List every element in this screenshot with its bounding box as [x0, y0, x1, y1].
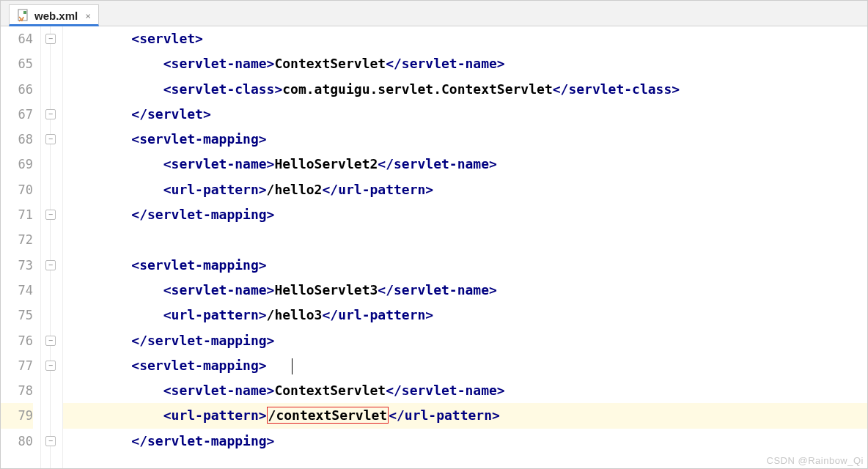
line-number: 71 [0, 202, 33, 227]
line-number: 67 [0, 102, 33, 127]
line-number: 68 [0, 127, 33, 152]
fold-toggle-icon[interactable]: − [45, 34, 56, 44]
text-cursor [292, 358, 293, 374]
fold-toggle-icon[interactable]: − [45, 336, 56, 346]
line-number: 75 [0, 303, 33, 328]
fold-toggle-icon[interactable]: − [45, 361, 56, 371]
code-line[interactable]: </servlet-mapping> [63, 202, 868, 227]
fold-toggle-icon[interactable]: − [45, 109, 56, 119]
fold-toggle-icon[interactable]: − [45, 210, 56, 220]
code-line[interactable]: <servlet-mapping> [63, 127, 868, 152]
line-number: 65 [0, 51, 33, 76]
file-tab[interactable]: web.xml × [9, 4, 99, 26]
fold-toggle-icon[interactable]: − [45, 134, 56, 144]
xml-file-icon [17, 9, 30, 22]
fold-toggle-icon[interactable]: − [45, 260, 56, 270]
line-number: 70 [0, 177, 33, 202]
code-line[interactable]: <url-pattern>/hello2</url-pattern> [63, 177, 868, 202]
tab-bar: web.xml × [0, 0, 868, 26]
line-number: 80 [0, 429, 33, 454]
code-line[interactable]: </servlet-mapping> [63, 328, 868, 353]
fold-column: −−−−−−−− [41, 26, 63, 469]
code-line[interactable]: <servlet-mapping> [63, 253, 868, 278]
code-line[interactable]: <servlet-name>HelloServlet2</servlet-nam… [63, 152, 868, 177]
code-line[interactable]: </servlet-mapping> [63, 429, 868, 454]
editor-area: 6465666768697071727374757677787980 −−−−−… [0, 26, 868, 469]
line-number: 78 [0, 378, 33, 403]
line-number: 66 [0, 77, 33, 102]
code-content[interactable]: <servlet> <servlet-name>ContextServlet</… [63, 26, 868, 469]
code-line[interactable]: <servlet-name>HelloServlet3</servlet-nam… [63, 278, 868, 303]
code-line[interactable] [63, 227, 868, 252]
line-number: 72 [0, 227, 33, 252]
tab-filename: web.xml [34, 10, 78, 22]
code-line[interactable]: <servlet-class>com.atguigu.servlet.Conte… [63, 77, 868, 102]
code-line[interactable]: <servlet-name>ContextServlet</servlet-na… [63, 378, 868, 403]
line-number: 76 [0, 328, 33, 353]
close-icon[interactable]: × [85, 10, 91, 21]
line-number: 77 [0, 353, 33, 378]
line-number: 74 [0, 278, 33, 303]
line-number: 73 [0, 253, 33, 278]
line-number: 79 [0, 403, 33, 428]
line-number: 64 [0, 26, 33, 51]
watermark: CSDN @Rainbow_Qi [767, 455, 864, 466]
code-line[interactable]: <url-pattern>/hello3</url-pattern> [63, 303, 868, 328]
code-line[interactable]: <url-pattern>/contextServlet</url-patter… [63, 403, 868, 428]
code-line[interactable]: <servlet-mapping> [63, 353, 868, 378]
code-line[interactable]: <servlet> [63, 26, 868, 51]
code-line[interactable]: </servlet> [63, 102, 868, 127]
line-number-gutter: 6465666768697071727374757677787980 [0, 26, 41, 469]
code-line[interactable]: <servlet-name>ContextServlet</servlet-na… [63, 51, 868, 76]
line-number: 69 [0, 152, 33, 177]
fold-toggle-icon[interactable]: − [45, 436, 56, 446]
svg-rect-1 [23, 11, 26, 14]
